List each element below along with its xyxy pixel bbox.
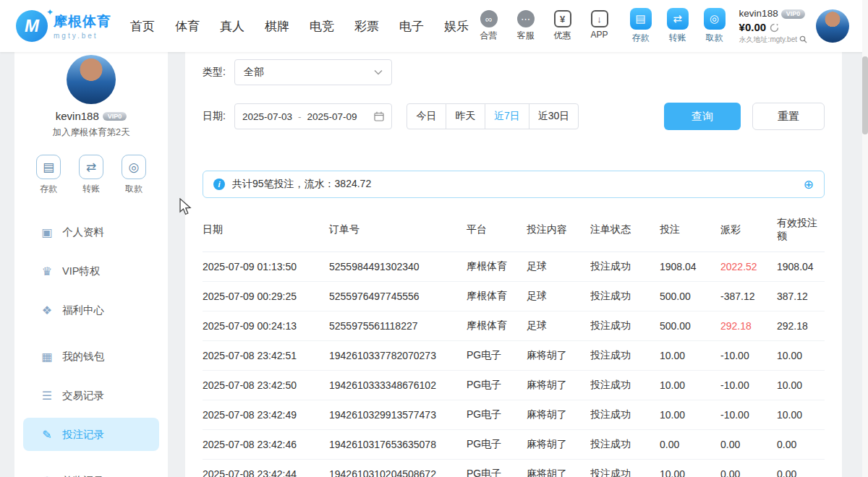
user-info[interactable]: kevin188 VIP0 ¥0.00 永久地址:mgty.bet bbox=[739, 8, 807, 44]
refresh-icon[interactable] bbox=[770, 23, 779, 33]
cell-payout: 2022.52 bbox=[720, 252, 777, 282]
nav-item-sports[interactable]: 体育 bbox=[175, 18, 200, 35]
summary-bar: i 共计95笔投注，流水：3824.72 ⊕ bbox=[203, 171, 825, 198]
deposit-icon: ▤ bbox=[36, 155, 61, 179]
sidebar-item-wallet[interactable]: ▦ 我的钱包 bbox=[23, 340, 159, 373]
site-logo[interactable]: M ✦ 摩根体育 mgty.bet bbox=[16, 10, 111, 42]
cell-bet: 500.00 bbox=[660, 282, 720, 311]
cell-status: 投注成功 bbox=[590, 430, 660, 460]
sidebar-withdraw-button[interactable]: ◎ 取款 bbox=[122, 155, 146, 195]
joined-days-text: 加入摩根体育第2天 bbox=[14, 126, 168, 139]
chat-icon: ⋯ bbox=[517, 10, 535, 27]
table-row: 2025-07-08 23:42:50 1942610333348676102 … bbox=[203, 371, 825, 400]
nav-item-lottery[interactable]: 彩票 bbox=[354, 18, 379, 35]
transfer-icon: ⇄ bbox=[667, 8, 689, 30]
range-today-button[interactable]: 今日 bbox=[407, 103, 446, 129]
cell-order: 1942610310204508672 bbox=[329, 460, 467, 477]
sidebar-item-profile[interactable]: ▣ 个人资料 bbox=[23, 215, 159, 249]
cell-content: 足球 bbox=[527, 252, 590, 282]
cell-bet: 1908.04 bbox=[660, 252, 720, 282]
cell-order: 5255984491302340 bbox=[329, 252, 467, 282]
nav-item-slots[interactable]: 电子 bbox=[399, 18, 424, 35]
reset-button[interactable]: 重置 bbox=[752, 103, 825, 130]
date-separator: - bbox=[298, 111, 302, 122]
sidebar-item-vip[interactable]: ♛ VIP特权 bbox=[23, 254, 159, 288]
trophy-icon: ♕ bbox=[41, 474, 54, 477]
sidebar-avatar[interactable] bbox=[67, 55, 116, 104]
cell-content: 足球 bbox=[527, 282, 590, 311]
table-row: 2025-07-08 23:42:51 1942610337782070273 … bbox=[203, 341, 825, 371]
cell-platform: PG电子 bbox=[467, 460, 527, 477]
cell-order: 5255975561118227 bbox=[329, 311, 467, 341]
partner-icon: ∞ bbox=[480, 10, 498, 27]
deposit-button[interactable]: ▤ 存款 bbox=[628, 8, 654, 44]
cell-status: 投注成功 bbox=[590, 341, 660, 371]
nav-item-esports[interactable]: 电竞 bbox=[310, 18, 334, 35]
sidebar-item-transactions[interactable]: ☰ 交易记录 bbox=[23, 379, 159, 412]
cell-payout: -387.12 bbox=[720, 282, 777, 311]
expand-circle-icon[interactable]: ⊕ bbox=[804, 177, 814, 192]
nav-item-entertainment[interactable]: 娱乐 bbox=[444, 18, 469, 35]
user-avatar[interactable] bbox=[816, 9, 849, 43]
wallet-actions: ▤ 存款 ⇄ 转账 ◎ 取款 bbox=[628, 8, 728, 44]
cell-valid: 1908.04 bbox=[777, 252, 825, 282]
list-icon: ☰ bbox=[41, 389, 54, 403]
promotions-link[interactable]: ¥ 优惠 bbox=[550, 10, 575, 42]
logo-letter: M bbox=[25, 16, 39, 36]
nav-item-live[interactable]: 真人 bbox=[220, 18, 244, 35]
cell-content: 麻将胡了 bbox=[527, 400, 590, 430]
logo-icon: M ✦ bbox=[16, 10, 48, 42]
vip-badge: VIP0 bbox=[781, 9, 806, 19]
cell-date: 2025-07-09 01:13:50 bbox=[203, 252, 329, 282]
sidebar-transfer-button[interactable]: ⇄ 转账 bbox=[79, 155, 103, 195]
customer-service-link[interactable]: ⋯ 客服 bbox=[514, 10, 538, 42]
transfer-button[interactable]: ⇄ 转账 bbox=[665, 8, 691, 44]
partner-link[interactable]: ∞ 合营 bbox=[477, 10, 501, 42]
cell-order: 1942610329913577473 bbox=[329, 400, 467, 430]
cell-bet: 500.00 bbox=[660, 311, 720, 341]
query-button[interactable]: 查询 bbox=[664, 103, 741, 130]
wallet-icon: ▦ bbox=[41, 350, 54, 364]
sidebar-item-bet-records[interactable]: ✎ 投注记录 bbox=[23, 418, 159, 451]
scrollbar-track[interactable] bbox=[862, 0, 868, 477]
scrollbar-thumb[interactable] bbox=[862, 56, 868, 134]
cell-bet: 10.00 bbox=[660, 460, 720, 477]
cell-payout: -10.00 bbox=[720, 371, 777, 400]
withdraw-button[interactable]: ◎ 取款 bbox=[702, 8, 728, 44]
nav-item-chess[interactable]: 棋牌 bbox=[265, 18, 289, 35]
table-row: 2025-07-08 23:42:44 1942610310204508672 … bbox=[203, 460, 825, 477]
date-label: 日期: bbox=[203, 110, 226, 123]
date-filter-row: 日期: 2025-07-03 - 2025-07-09 今日 昨天 近7日 近3… bbox=[203, 103, 825, 130]
bet-records-table: 日期 订单号 平台 投注内容 注单状态 投注 派彩 有效投注额 2025-07-… bbox=[203, 208, 825, 477]
sidebar-item-prize-records[interactable]: ♕ 兑奖记录 bbox=[23, 464, 159, 477]
yuan-icon: ¥ bbox=[554, 10, 571, 27]
cell-payout: -10.00 bbox=[720, 400, 777, 430]
cell-date: 2025-07-09 00:29:25 bbox=[203, 282, 329, 311]
transfer-icon: ⇄ bbox=[79, 155, 103, 179]
calendar-icon bbox=[374, 111, 384, 121]
site-title: 摩根体育 bbox=[54, 12, 111, 31]
main-panel: 类型: 全部 日期: 2025-07-03 - 2025-07-09 今日 昨天… bbox=[185, 52, 842, 477]
cell-valid: 0.00 bbox=[777, 460, 825, 477]
magnifier-icon[interactable] bbox=[799, 35, 807, 43]
date-end: 2025-07-09 bbox=[307, 111, 357, 122]
cell-payout: 0.00 bbox=[720, 430, 777, 460]
range-7days-button[interactable]: 近7日 bbox=[485, 103, 529, 129]
id-card-icon: ▣ bbox=[41, 225, 54, 239]
cell-status: 投注成功 bbox=[590, 460, 660, 477]
col-order: 订单号 bbox=[329, 208, 467, 252]
range-yesterday-button[interactable]: 昨天 bbox=[446, 103, 485, 129]
nav-item-home[interactable]: 首页 bbox=[130, 18, 155, 35]
cell-bet: 10.00 bbox=[660, 371, 720, 400]
crown-icon: ♛ bbox=[41, 265, 54, 278]
type-select[interactable]: 全部 bbox=[234, 59, 392, 85]
sidebar-deposit-button[interactable]: ▤ 存款 bbox=[36, 155, 61, 195]
range-30days-button[interactable]: 近30日 bbox=[529, 103, 579, 129]
app-download-link[interactable]: ↓ APP bbox=[587, 10, 612, 42]
top-header: M ✦ 摩根体育 mgty.bet 首页 体育 真人 棋牌 电竞 彩票 电子 娱… bbox=[0, 0, 868, 52]
username: kevin188 bbox=[739, 8, 778, 20]
sidebar-vip-badge: VIP0 bbox=[103, 112, 127, 121]
sidebar-item-welfare[interactable]: ❖ 福利中心 bbox=[23, 293, 159, 327]
date-range-picker[interactable]: 2025-07-03 - 2025-07-09 bbox=[234, 103, 392, 129]
cell-status: 投注成功 bbox=[590, 400, 660, 430]
